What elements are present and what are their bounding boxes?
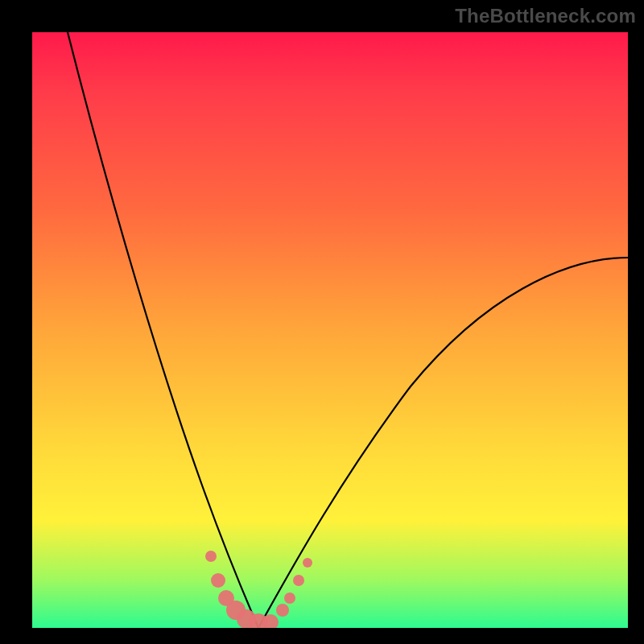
marker-dot bbox=[205, 551, 217, 562]
curves-layer bbox=[32, 32, 628, 628]
marker-dot bbox=[284, 592, 295, 604]
marker-dot bbox=[211, 573, 225, 588]
right-curve bbox=[258, 258, 628, 628]
chart-frame: TheBottleneck.com bbox=[0, 0, 644, 644]
plot-area bbox=[32, 32, 628, 628]
marker-dot bbox=[303, 558, 312, 568]
watermark-text: TheBottleneck.com bbox=[455, 5, 636, 27]
left-curve bbox=[68, 32, 258, 628]
marker-dot bbox=[293, 575, 304, 586]
marker-dot bbox=[276, 604, 289, 617]
